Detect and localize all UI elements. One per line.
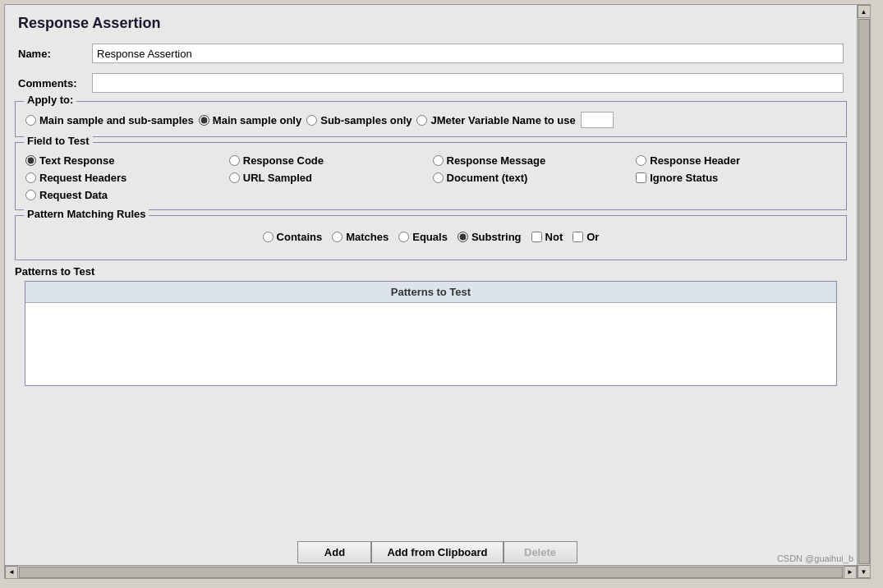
apply-sub-only[interactable]: Sub-samples only <box>306 114 412 126</box>
field-ignore-status-label: Ignore Status <box>650 172 718 184</box>
patterns-to-test-section: Patterns to Test Patterns to Test <box>15 265 847 386</box>
field-response-header[interactable]: Response Header <box>636 154 836 167</box>
pattern-matching-legend: Pattern Matching Rules <box>24 208 149 220</box>
field-request-data[interactable]: Request Data <box>25 189 226 201</box>
field-text-response-label: Text Response <box>39 154 115 167</box>
delete-button[interactable]: Delete <box>504 541 577 563</box>
horizontal-scrollbar[interactable]: ◄ ► <box>5 565 857 578</box>
field-response-message[interactable]: Response Message <box>433 154 633 167</box>
apply-to-legend: Apply to: <box>24 94 76 106</box>
apply-jmeter-var[interactable]: JMeter Variable Name to use <box>416 114 575 126</box>
pattern-substring-label: Substring <box>471 231 522 243</box>
watermark: CSDN @guaihui_b <box>777 554 853 563</box>
vertical-scrollbar[interactable]: ▲ ▼ <box>857 5 870 578</box>
pattern-matching-section: Pattern Matching Rules Contains Matches … <box>15 215 847 260</box>
jmeter-var-input[interactable] <box>581 112 614 128</box>
apply-jmeter-var-label: JMeter Variable Name to use <box>430 114 575 126</box>
pattern-equals[interactable]: Equals <box>398 231 448 243</box>
name-label: Name: <box>18 48 92 60</box>
pattern-not-label: Not <box>545 231 563 243</box>
field-text-response[interactable]: Text Response <box>25 154 226 167</box>
field-to-test-section: Field to Test Text Response Response Cod… <box>15 142 847 210</box>
field-response-header-label: Response Header <box>650 154 740 167</box>
comments-label: Comments: <box>18 77 92 90</box>
pattern-contains-label: Contains <box>277 231 323 243</box>
patterns-table-header: Patterns to Test <box>25 282 836 303</box>
field-document-label: Document (text) <box>447 172 528 184</box>
hscroll-thumb[interactable] <box>19 567 843 578</box>
pattern-or[interactable]: Or <box>573 231 599 243</box>
scroll-up-arrow[interactable]: ▲ <box>858 5 871 18</box>
field-url-sampled[interactable]: URL Sampled <box>229 172 430 184</box>
scroll-thumb[interactable] <box>858 19 870 564</box>
field-request-data-label: Request Data <box>39 189 108 201</box>
field-url-sampled-label: URL Sampled <box>243 172 312 184</box>
field-response-code[interactable]: Response Code <box>229 154 430 167</box>
field-request-headers[interactable]: Request Headers <box>25 172 226 184</box>
field-ignore-status[interactable]: Ignore Status <box>636 172 836 184</box>
scroll-right-arrow[interactable]: ► <box>844 566 857 579</box>
apply-main-sub[interactable]: Main sample and sub-samples <box>25 114 194 126</box>
field-response-message-label: Response Message <box>447 154 546 167</box>
patterns-table-body[interactable] <box>25 303 836 385</box>
pattern-substring[interactable]: Substring <box>458 231 522 243</box>
apply-main-only[interactable]: Main sample only <box>199 114 301 126</box>
pattern-matches[interactable]: Matches <box>332 231 389 243</box>
apply-main-sub-label: Main sample and sub-samples <box>39 114 194 126</box>
pattern-equals-label: Equals <box>412 231 448 243</box>
pattern-contains[interactable]: Contains <box>263 231 323 243</box>
field-to-test-legend: Field to Test <box>24 135 93 147</box>
add-button[interactable]: Add <box>297 541 371 563</box>
field-document[interactable]: Document (text) <box>433 172 633 184</box>
scroll-down-arrow[interactable]: ▼ <box>858 565 871 578</box>
field-request-headers-label: Request Headers <box>39 172 126 184</box>
comments-input[interactable] <box>92 73 844 93</box>
patterns-table: Patterns to Test <box>25 281 837 386</box>
pattern-not[interactable]: Not <box>531 231 563 243</box>
add-clipboard-button[interactable]: Add from Clipboard <box>371 541 503 563</box>
apply-main-only-label: Main sample only <box>213 114 301 126</box>
pattern-matches-label: Matches <box>346 231 389 243</box>
patterns-to-test-label: Patterns to Test <box>15 265 847 278</box>
apply-to-section: Apply to: Main sample and sub-samples Ma… <box>15 101 847 137</box>
pattern-or-label: Or <box>586 231 599 243</box>
name-input[interactable] <box>92 44 844 63</box>
page-title: Response Assertion <box>5 5 857 40</box>
field-response-code-label: Response Code <box>243 154 324 167</box>
apply-sub-only-label: Sub-samples only <box>320 114 412 126</box>
scroll-left-arrow[interactable]: ◄ <box>5 566 18 579</box>
